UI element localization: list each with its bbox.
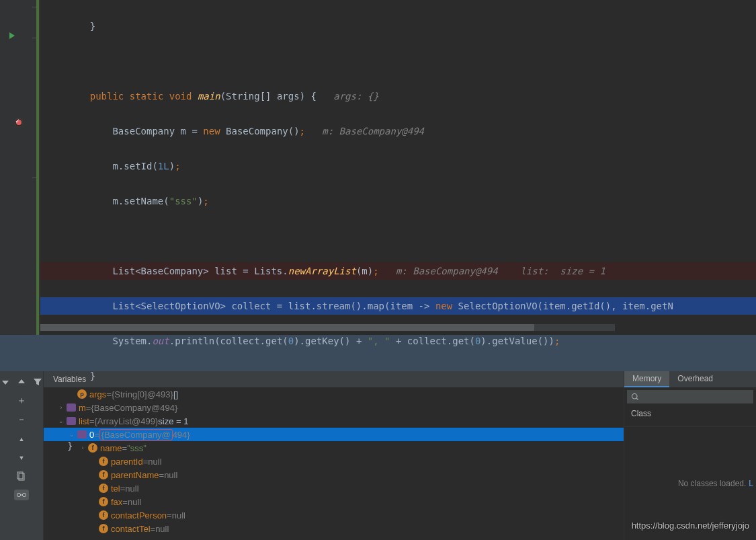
glasses-icon[interactable]: [14, 490, 29, 500]
debug-toolbar: ＋ － ▴ ▾: [0, 371, 43, 540]
code-line-breakpoint[interactable]: List<BaseCompany> list = Lists.newArrayL…: [40, 262, 756, 280]
code-line[interactable]: }: [40, 367, 756, 385]
variable-row[interactable]: fcontactPerson = null: [44, 508, 624, 522]
plus-icon[interactable]: ＋: [16, 395, 27, 406]
variable-name: contactTel: [111, 524, 151, 534]
minus-icon[interactable]: －: [16, 414, 27, 425]
code-line[interactable]: [40, 402, 756, 420]
code-line[interactable]: [40, 227, 756, 245]
variable-value: null: [172, 510, 185, 520]
small-up-icon[interactable]: ▴: [16, 433, 27, 444]
svg-point-3: [22, 493, 26, 496]
horizontal-scrollbar[interactable]: [40, 324, 615, 331]
code-line[interactable]: BaseCompany m = new BaseCompany(); m: Ba…: [40, 122, 756, 140]
code-line[interactable]: }: [40, 17, 756, 35]
copy-icon[interactable]: [16, 471, 27, 481]
code-line[interactable]: }: [40, 437, 756, 455]
svg-point-2: [17, 493, 20, 496]
code-line[interactable]: [40, 52, 756, 70]
small-down-icon[interactable]: ▾: [16, 452, 27, 463]
down-arrow-icon[interactable]: [0, 377, 11, 387]
run-gutter-icon[interactable]: [9, 32, 15, 39]
scrollbar-thumb[interactable]: [40, 324, 534, 331]
field-icon: f: [99, 524, 108, 533]
fold-marker-icon[interactable]: —: [32, 3, 36, 10]
code-line-current[interactable]: List<SelectOptionVO> collect = list.stre…: [40, 297, 756, 315]
editor-gutter[interactable]: — — —: [0, 0, 40, 335]
variable-row[interactable]: fcontactTel = null: [44, 522, 624, 535]
code-line[interactable]: public static void main(String[] args) {…: [40, 87, 756, 105]
code-line[interactable]: m.setId(1L);: [40, 157, 756, 175]
editor-pane: — — — } public static void main(String[]…: [0, 0, 756, 335]
code-line[interactable]: System.out.println(collect.get(0).getKey…: [40, 332, 756, 350]
fold-marker-icon[interactable]: —: [32, 173, 36, 181]
code-line[interactable]: m.setName("sss");: [40, 192, 756, 210]
variable-name: contactPerson: [111, 510, 167, 520]
fold-marker-icon[interactable]: —: [32, 34, 36, 41]
variable-value: null: [155, 524, 169, 534]
up-arrow-icon[interactable]: [16, 377, 27, 387]
watermark: https://blog.csdn.net/jefferyjojo: [632, 520, 749, 531]
field-icon: f: [99, 510, 108, 520]
breakpoint-icon[interactable]: [15, 118, 23, 126]
code-area[interactable]: } public static void main(String[] args)…: [40, 0, 756, 335]
